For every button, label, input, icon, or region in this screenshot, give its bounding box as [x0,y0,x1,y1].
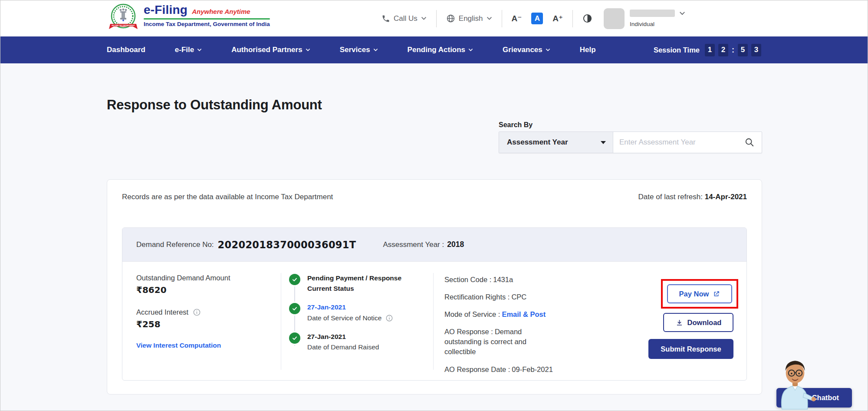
session-separator: : [732,46,734,55]
notice-date-link[interactable]: 27-Jan-2021 [307,303,393,311]
chevron-down-icon [421,16,427,20]
divider [572,10,573,27]
section-code-line: Section Code :1431a [444,275,559,285]
accrued-interest-label: Accrued Interest [136,308,188,316]
demand-detail-card: Demand Reference No: 2020201837000036091… [122,227,747,381]
main-content: Response to Outstanding Amount Search By… [0,63,868,411]
language-label: English [459,14,483,23]
page-title: Response to Outstanding Amount [107,97,322,113]
chevron-down-icon [306,48,310,52]
font-normal-button[interactable]: A [531,13,543,24]
download-label: Download [687,319,722,327]
assessment-year-value: 2018 [447,240,464,249]
session-digit: 2 [718,44,728,56]
view-interest-computation-link[interactable]: View Interest Computation [136,342,281,349]
records-note-row: Records are as per the data available at… [122,193,747,201]
check-circle-icon [289,274,300,285]
income-tax-emblem-icon: INCOME TAX DEPARTMENT [109,3,138,33]
pay-now-label: Pay Now [679,290,709,298]
org-name: Income Tax Department, Government of Ind… [144,21,270,27]
call-us-menu[interactable]: Call Us [381,14,427,23]
rectification-rights-line: Rectification Rights :CPC [444,292,559,302]
emblem-ribbon-text: INCOME TAX DEPARTMENT [112,24,135,26]
chevron-down-icon [468,48,473,52]
ao-response-date-line: AO Response Date :09-Feb-2021 [444,365,559,375]
timeline-subtitle: Current Status [307,285,401,293]
language-menu[interactable]: English [446,14,492,23]
chevron-down-icon [546,48,550,52]
search-button[interactable] [737,132,762,153]
chevron-down-icon [679,11,685,16]
nav-item-dashboard[interactable]: Dashboard [107,46,145,54]
user-menu[interactable]: Individual [630,10,685,27]
pay-now-highlight-annotation: Pay Now [661,279,738,309]
mode-of-service-line: Mode of Service :Email & Post [444,309,559,319]
demand-ref-label: Demand Reference No: [136,240,214,249]
font-increase-button[interactable]: A⁺ [552,13,563,23]
download-button[interactable]: Download [663,313,733,332]
nav-item-e-file[interactable]: e-File [175,46,202,54]
nav-item-pending-actions[interactable]: Pending Actions [408,46,473,54]
last-refresh-date: 14-Apr-2021 [705,193,747,201]
external-link-icon [713,290,720,298]
top-header-bar: INCOME TAX DEPARTMENT e-Filing Anywhere … [0,0,868,36]
status-timeline: Pending Payment / Response Current Statu… [281,273,433,381]
details-column: Section Code :1431a Rectification Rights… [434,273,559,381]
demand-ref-number: 2020201837000036091T [218,239,356,250]
download-icon [675,319,684,327]
nav-item-help[interactable]: Help [580,46,596,54]
font-size-controls: A⁻ A A⁺ [512,13,563,24]
timeline-item-demand-raised: 27-Jan-2021 Date of Demand Raised [289,332,433,351]
font-decrease-button[interactable]: A⁻ [512,13,522,23]
site-logo: INCOME TAX DEPARTMENT e-Filing Anywhere … [109,3,270,33]
session-digit: 5 [738,44,748,56]
divider [436,10,437,27]
pay-now-button[interactable]: Pay Now [667,284,732,303]
phone-icon [381,14,390,23]
accrued-interest-label-row: Accrued Interest [136,308,281,316]
contrast-toggle-icon[interactable] [582,13,592,23]
timeline-title: Pending Payment / Response [307,274,401,282]
search-type-dropdown[interactable]: Assessment Year [499,132,613,153]
nav-item-grievances[interactable]: Grievances [503,46,550,54]
demand-header-strip: Demand Reference No: 2020201837000036091… [122,228,746,262]
timeline-subtitle: Date of Demand Raised [307,343,379,351]
search-input[interactable] [613,132,737,153]
last-refresh: Date of last refresh: 14-Apr-2021 [638,193,747,201]
dropdown-caret-icon [601,141,606,144]
logo-text-block: e-Filing Anywhere Anytime Income Tax Dep… [144,3,270,27]
nav-item-authorised-partners[interactable]: Authorised Partners [231,46,310,54]
search-control: Assessment Year [499,132,762,153]
info-icon[interactable] [385,314,393,322]
amounts-column: Outstanding Demand Amount ₹8620 Accrued … [136,273,281,381]
timeline-subtitle: Date of Service of Notice [307,314,393,322]
chevron-down-icon [487,16,492,20]
user-name-redacted [630,10,675,17]
info-icon[interactable] [193,308,201,316]
accrued-interest-value: ₹258 [136,319,281,329]
call-us-label: Call Us [394,14,418,23]
submit-response-label: Submit Response [661,345,721,353]
chevron-down-icon [197,48,202,52]
session-time-label: Session Time [654,46,700,54]
ao-response-line: AO Response :Demand outstanding is corre… [444,327,559,357]
session-digit: 3 [751,44,761,56]
efiling-portal-window: INCOME TAX DEPARTMENT e-Filing Anywhere … [0,0,868,411]
user-avatar[interactable] [604,8,625,29]
check-circle-icon [289,303,300,314]
session-digit: 1 [705,44,715,56]
timeline-item-current-status: Pending Payment / Response Current Statu… [289,274,433,293]
user-type-label: Individual [630,21,685,27]
globe-icon [446,14,455,23]
outstanding-amount-value: ₹8620 [136,285,281,295]
timeline-item-service-of-notice: 27-Jan-2021 Date of Service of Notice [289,303,433,322]
nav-item-services[interactable]: Services [340,46,378,54]
check-circle-icon [289,332,300,344]
submit-response-button[interactable]: Submit Response [648,339,733,359]
session-timer: Session Time 1 2 : 5 3 [654,36,761,63]
demand-body: Outstanding Demand Amount ₹8620 Accrued … [122,262,746,381]
outstanding-demand-card: Records are as per the data available at… [107,179,762,395]
chatbot-mascot-illustration [773,357,817,410]
divider [502,10,502,27]
mode-of-service-value[interactable]: Email & Post [502,310,546,318]
